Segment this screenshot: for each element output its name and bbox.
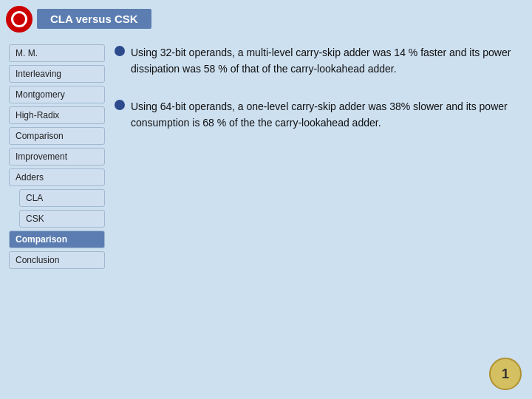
bullet-text-1: Using 64-bit operands, a one-level carry… <box>131 98 520 132</box>
sidebar-item-comparison[interactable]: Comparison <box>9 127 105 145</box>
sidebar-item-m.-m.[interactable]: M. M. <box>9 44 105 62</box>
logo-inner-circle <box>11 11 27 27</box>
sidebar-item-interleaving[interactable]: Interleaving <box>9 65 105 83</box>
sidebar-item-adders[interactable]: Adders <box>9 168 105 186</box>
sidebar-item-improvement[interactable]: Improvement <box>9 148 105 166</box>
main-content: Using 32-bit operands, a multi-level car… <box>115 44 520 384</box>
bullet-dot-1 <box>115 100 125 110</box>
sidebar-item-conclusion[interactable]: Conclusion <box>9 251 105 269</box>
sidebar-item-montgomery[interactable]: Montgomery <box>9 86 105 103</box>
bullet-row-1: Using 64-bit operands, a one-level carry… <box>115 98 520 132</box>
bottom-right-logo: 1 <box>489 358 522 390</box>
sidebar-item-high-radix[interactable]: High-Radix <box>9 106 105 124</box>
bullet-text-0: Using 32-bit operands, a multi-level car… <box>131 44 520 78</box>
sidebar: M. M.InterleavingMontgomeryHigh-RadixCom… <box>9 44 105 269</box>
logo-circle: 1 <box>489 358 522 390</box>
title-bar: CLA versus CSK <box>37 9 151 29</box>
sidebar-item-comparison[interactable]: Comparison <box>9 231 105 248</box>
sidebar-item-cla[interactable]: CLA <box>19 189 105 207</box>
sidebar-item-csk[interactable]: CSK <box>19 210 105 228</box>
top-logo <box>6 6 33 33</box>
bullet-row-0: Using 32-bit operands, a multi-level car… <box>115 44 520 78</box>
bullet-block-1: Using 64-bit operands, a one-level carry… <box>115 98 520 132</box>
bullet-dot-0 <box>115 46 125 56</box>
page-title: CLA versus CSK <box>50 13 138 25</box>
bullet-block-0: Using 32-bit operands, a multi-level car… <box>115 44 520 78</box>
